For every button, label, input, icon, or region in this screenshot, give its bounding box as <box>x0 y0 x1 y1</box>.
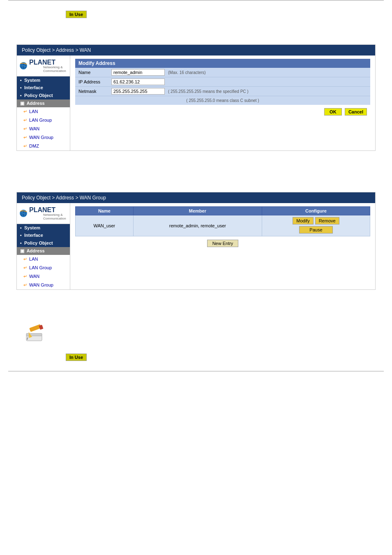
arrow-wan-2: ↵ <box>23 274 27 279</box>
new-entry-button[interactable]: New Entry <box>207 240 239 247</box>
main-content-1: Modify Address Name (Max. 16 characters)… <box>70 56 375 150</box>
interface-icon-2: ▪ <box>20 233 22 238</box>
logo-text: PLANET <box>29 59 55 66</box>
sidebar-item-wan-group-2[interactable]: ↵ WAN Group <box>17 281 70 289</box>
pen-container <box>25 323 392 345</box>
remove-button[interactable]: Remove <box>315 217 339 224</box>
sidebar-item-system-1[interactable]: ▪ System <box>17 76 70 84</box>
sidebar-item-wan-1[interactable]: ↵ WAN <box>17 125 70 133</box>
netmask-hint: ( 255.255.255.255 means the specified PC… <box>168 89 249 94</box>
header-bar-1: Policy Object > Address > WAN <box>17 45 375 56</box>
arrow-lan-1: ↵ <box>23 109 27 114</box>
sidebar-item-policy-object-2[interactable]: ▪ Policy Object <box>17 239 70 247</box>
table-header-row: Name Member Configure <box>76 207 370 215</box>
pencil-icon <box>25 323 46 344</box>
policy-object-icon-2: ▪ <box>20 240 22 245</box>
bottom-divider <box>8 371 384 372</box>
configure-row1: Modify Remove <box>293 217 339 224</box>
sidebar-item-lan-1[interactable]: ↵ LAN <box>17 107 70 116</box>
sidebar-menu-2: ▪ System ▪ Interface ▪ Policy Object ▣ A… <box>17 224 70 289</box>
screen-layout-2: PLANET Networking & Communication ▪ Syst… <box>17 203 375 289</box>
form-title-bar: Modify Address <box>75 59 370 68</box>
bottom-in-use-section: In Use <box>33 349 392 366</box>
interface-icon: ▪ <box>20 85 22 90</box>
top-in-use-section: In Use <box>33 6 392 23</box>
minus-icon-1: ▣ <box>20 101 24 106</box>
form-row-ip: IP Address <box>75 77 370 87</box>
sidebar-item-interface-2[interactable]: ▪ Interface <box>17 231 70 239</box>
name-hint: (Max. 16 characters) <box>168 70 206 75</box>
main-content-2: Name Member Configure WAN_user remote_ad… <box>70 203 375 289</box>
planet-globe-icon <box>19 60 28 72</box>
sidebar-item-wan-group-1[interactable]: ↵ WAN Group <box>17 133 70 142</box>
arrow-lan-group-1: ↵ <box>23 118 27 123</box>
col-member-header: Member <box>133 207 262 215</box>
name-label: Name <box>78 70 111 75</box>
sidebar-item-wan-2[interactable]: ↵ WAN <box>17 272 70 281</box>
form-row-netmask: Netmask ( 255.255.255.255 means the spec… <box>75 87 370 96</box>
sidebar-item-system-2[interactable]: ▪ System <box>17 224 70 231</box>
sidebar-item-lan-2[interactable]: ↵ LAN <box>17 255 70 264</box>
svg-rect-10 <box>29 324 42 332</box>
spacer6 <box>0 306 392 314</box>
cancel-button[interactable]: Cancel <box>345 108 367 116</box>
sidebar-item-address-2[interactable]: ▣ Address <box>17 247 70 255</box>
spacer1 <box>0 28 392 36</box>
modify-address-form: Modify Address Name (Max. 16 characters)… <box>75 59 370 105</box>
screenshot-block-1: Policy Object > Address > WAN <box>16 44 376 151</box>
spacer3 <box>0 167 392 176</box>
form-buttons: OK Cancel <box>75 106 370 117</box>
sidebar-menu-1: ▪ System ▪ Interface ▪ Policy Object ▣ A… <box>17 76 70 150</box>
policy-object-icon: ▪ <box>20 93 22 98</box>
top-divider <box>8 0 384 1</box>
arrow-wan-1: ↵ <box>23 126 27 131</box>
spacer2 <box>0 159 392 167</box>
col-name-header: Name <box>76 207 134 215</box>
ip-input[interactable] <box>111 79 165 85</box>
pause-button[interactable]: Pause <box>299 226 332 234</box>
new-entry-section: New Entry <box>75 240 370 247</box>
logo-text-2: PLANET <box>29 206 55 213</box>
system-icon-2: ▪ <box>20 225 22 230</box>
table-cell-configure: Modify Remove Pause <box>262 215 370 236</box>
sidebar-1: PLANET Networking & Communication ▪ Syst… <box>17 56 70 150</box>
form-title: Modify Address <box>78 60 115 66</box>
sidebar-item-interface-1[interactable]: ▪ Interface <box>17 84 70 91</box>
netmask-input[interactable] <box>111 88 165 95</box>
spacer5 <box>0 298 392 306</box>
logo-subtitle-2: Networking & Communication <box>43 213 67 220</box>
modify-button[interactable]: Modify <box>293 217 313 224</box>
logo-2: PLANET Networking & Communication <box>17 203 70 224</box>
logo-1: PLANET Networking & Communication <box>17 56 70 76</box>
top-in-use-badge: In Use <box>66 11 87 18</box>
sidebar-item-policy-object-1[interactable]: ▪ Policy Object <box>17 91 70 99</box>
name-input[interactable] <box>111 69 165 76</box>
form-row-name: Name (Max. 16 characters) <box>75 68 370 77</box>
wan-group-table: Name Member Configure WAN_user remote_ad… <box>75 206 370 236</box>
arrow-lan-group-2: ↵ <box>23 265 27 270</box>
breadcrumb-1: Policy Object > Address > WAN <box>22 47 91 53</box>
system-icon: ▪ <box>20 78 22 83</box>
form-row-note: ( 255.255.255.0 means class C subnet ) <box>75 96 370 105</box>
bottom-in-use-badge: In Use <box>66 354 87 361</box>
sidebar-item-address-1[interactable]: ▣ Address <box>17 99 70 107</box>
screenshot-block-2: Policy Object > Address > WAN Group <box>16 192 376 290</box>
spacer4 <box>0 176 392 184</box>
netmask-label: Netmask <box>78 89 111 94</box>
svg-rect-9 <box>26 333 42 336</box>
col-configure-header: Configure <box>262 207 370 215</box>
sidebar-item-dmz-1[interactable]: ↵ DMZ <box>17 142 70 150</box>
sidebar-2: PLANET Networking & Communication ▪ Syst… <box>17 203 70 289</box>
header-bar-2: Policy Object > Address > WAN Group <box>17 192 375 203</box>
planet-globe-icon-2 <box>19 208 28 219</box>
breadcrumb-2: Policy Object > Address > WAN Group <box>22 195 106 201</box>
table-row: WAN_user remote_admin, remote_user Modif… <box>76 215 370 236</box>
arrow-dmz-1: ↵ <box>23 143 27 148</box>
ok-button[interactable]: OK <box>324 108 342 116</box>
minus-icon-2: ▣ <box>20 248 24 253</box>
sidebar-item-lan-group-2[interactable]: ↵ LAN Group <box>17 264 70 272</box>
sidebar-item-lan-group-1[interactable]: ↵ LAN Group <box>17 116 70 125</box>
page-container: In Use Policy Object > Address > WAN <box>0 0 392 372</box>
arrow-wan-group-2: ↵ <box>23 282 27 287</box>
logo-subtitle: Networking & Communication <box>43 65 67 73</box>
